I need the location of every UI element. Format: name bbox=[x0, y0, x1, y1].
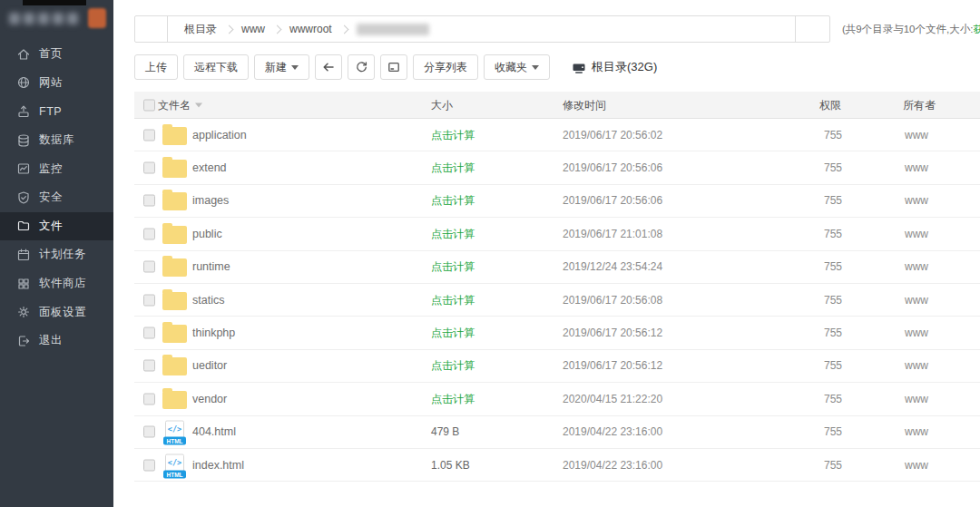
folder-icon bbox=[162, 357, 187, 375]
table-row: runtime 点击计算 2019/12/24 23:54:24 755 www bbox=[134, 251, 980, 284]
file-name[interactable]: images bbox=[192, 194, 229, 207]
blurred-logo-mark bbox=[88, 8, 106, 28]
breadcrumb: 根目录wwwwwwroot bbox=[168, 16, 429, 42]
sidebar-item-security[interactable]: 安全 bbox=[0, 183, 113, 212]
table-row: </>HTML 404.html 479 B 2019/04/22 23:16:… bbox=[134, 416, 980, 449]
refresh-button[interactable] bbox=[348, 54, 375, 80]
chevron-down-icon bbox=[291, 65, 299, 70]
sidebar-item-home[interactable]: 首页 bbox=[0, 40, 113, 69]
file-owner: www bbox=[905, 425, 928, 438]
file-perm: 755 bbox=[817, 459, 849, 472]
file-mtime: 2020/04/15 21:22:20 bbox=[563, 393, 662, 405]
calc-size-link[interactable]: 点击计算 bbox=[431, 292, 475, 307]
file-mtime: 2019/06/17 21:01:08 bbox=[563, 228, 662, 240]
file-name[interactable]: extend bbox=[192, 161, 227, 174]
sidebar-item-database[interactable]: 数据库 bbox=[0, 126, 113, 155]
file-owner: www bbox=[905, 459, 928, 472]
column-filename-label: 文件名 bbox=[158, 97, 191, 112]
back-button[interactable] bbox=[315, 54, 342, 80]
sort-caret-icon bbox=[195, 102, 202, 107]
sidebar-item-site[interactable]: 网站 bbox=[0, 69, 113, 98]
file-perm: 755 bbox=[817, 260, 849, 273]
file-name[interactable]: application bbox=[192, 129, 247, 141]
folder-icon bbox=[16, 219, 31, 233]
html-file-icon: </>HTML bbox=[165, 453, 184, 476]
terminal-button[interactable] bbox=[380, 54, 407, 80]
table-row: public 点击计算 2019/06/17 21:01:08 755 www bbox=[134, 218, 980, 250]
file-name[interactable]: statics bbox=[192, 294, 224, 307]
sidebar-item-monitor[interactable]: 监控 bbox=[0, 154, 113, 183]
favorites-button[interactable]: 收藏夹 bbox=[484, 54, 550, 80]
row-checkbox[interactable] bbox=[143, 195, 155, 207]
folder-icon bbox=[162, 226, 187, 244]
table-row: thinkphp 点击计算 2019/06/17 20:56:12 755 ww… bbox=[134, 317, 980, 349]
breadcrumb-item[interactable]: wwwroot bbox=[284, 23, 338, 35]
row-checkbox[interactable] bbox=[143, 426, 155, 438]
file-name[interactable]: ueditor bbox=[192, 359, 227, 372]
calc-size-link[interactable]: 点击计算 bbox=[431, 127, 475, 142]
calc-size-link[interactable]: 点击计算 bbox=[431, 193, 475, 209]
table-row: images 点击计算 2019/06/17 20:56:06 755 www bbox=[134, 185, 980, 218]
row-checkbox[interactable] bbox=[143, 129, 155, 141]
back-arrow-icon bbox=[322, 61, 335, 73]
sidebar-item-logout[interactable]: 退出 bbox=[0, 327, 113, 356]
file-mtime: 2019/06/17 20:56:06 bbox=[563, 161, 662, 174]
file-perm: 755 bbox=[817, 425, 849, 438]
file-name[interactable]: 404.html bbox=[192, 425, 236, 438]
sidebar-item-settings[interactable]: 面板设置 bbox=[0, 297, 113, 327]
chevron-right-icon bbox=[339, 24, 348, 34]
file-perm: 755 bbox=[817, 194, 849, 207]
row-checkbox[interactable] bbox=[143, 261, 155, 273]
remote-download-button[interactable]: 远程下载 bbox=[183, 54, 249, 80]
column-filename[interactable]: 文件名 bbox=[158, 97, 202, 112]
calc-size-link[interactable]: 点击计算 bbox=[431, 226, 475, 241]
file-size: 479 B bbox=[431, 425, 459, 438]
new-button[interactable]: 新建 bbox=[254, 54, 309, 80]
file-name[interactable]: runtime bbox=[192, 260, 230, 273]
column-owner: 所有者 bbox=[903, 97, 936, 112]
file-name[interactable]: thinkphp bbox=[192, 327, 235, 339]
file-mtime: 2019/12/24 23:54:24 bbox=[563, 260, 662, 273]
file-size: 1.05 KB bbox=[431, 459, 470, 472]
folder-icon bbox=[162, 391, 187, 409]
sidebar-item-ftp[interactable]: FTP bbox=[0, 97, 113, 126]
calc-size-link[interactable]: 点击计算 bbox=[431, 259, 475, 275]
calc-size-link[interactable]: 点击计算 bbox=[431, 326, 475, 341]
sidebar-item-files[interactable]: 文件 bbox=[0, 212, 113, 241]
row-checkbox[interactable] bbox=[143, 393, 155, 405]
row-checkbox[interactable] bbox=[143, 327, 155, 339]
row-checkbox[interactable] bbox=[143, 294, 155, 306]
bt-panel-file-manager: 首页 网站 FTP 数据库 监控 安全 文件 计划任务 软件商店 面板设置 退出 bbox=[0, 0, 980, 507]
file-name[interactable]: public bbox=[192, 228, 222, 240]
file-name[interactable]: vendor bbox=[192, 393, 227, 405]
database-icon bbox=[16, 133, 31, 148]
calc-size-link[interactable]: 点击计算 bbox=[431, 391, 475, 406]
file-name[interactable]: index.html bbox=[192, 459, 244, 472]
row-checkbox[interactable] bbox=[143, 360, 155, 372]
calc-size-link[interactable]: 点击计算 bbox=[431, 161, 475, 176]
sidebar-item-cron[interactable]: 计划任务 bbox=[0, 240, 113, 269]
file-perm: 755 bbox=[817, 161, 849, 174]
row-checkbox[interactable] bbox=[143, 162, 155, 174]
get-size-link[interactable]: 获取 bbox=[973, 23, 980, 36]
path-refresh-button[interactable] bbox=[795, 16, 829, 42]
row-checkbox[interactable] bbox=[143, 459, 155, 471]
breadcrumb-item[interactable]: 根目录 bbox=[179, 22, 222, 37]
button-label: 分享列表 bbox=[424, 60, 467, 75]
disk-selector[interactable]: 根目录(32G) bbox=[572, 59, 657, 75]
calc-size-link[interactable]: 点击计算 bbox=[431, 358, 475, 374]
globe-icon bbox=[16, 75, 31, 90]
sidebar-item-appstore[interactable]: 软件商店 bbox=[0, 269, 113, 298]
share-list-button[interactable]: 分享列表 bbox=[413, 54, 478, 80]
breadcrumb-item[interactable]: www bbox=[236, 23, 270, 35]
row-checkbox[interactable] bbox=[143, 228, 155, 239]
path-back-button[interactable] bbox=[135, 16, 168, 42]
back-arrow-icon bbox=[145, 23, 158, 35]
select-all-checkbox[interactable] bbox=[143, 99, 155, 111]
folder-icon bbox=[162, 325, 187, 343]
file-owner: www bbox=[905, 260, 928, 273]
upload-button[interactable]: 上传 bbox=[134, 54, 178, 80]
file-mtime: 2019/04/22 23:16:00 bbox=[563, 459, 662, 472]
table-row: </>HTML index.html 1.05 KB 2019/04/22 23… bbox=[134, 449, 980, 482]
column-mtime: 修改时间 bbox=[563, 97, 606, 112]
